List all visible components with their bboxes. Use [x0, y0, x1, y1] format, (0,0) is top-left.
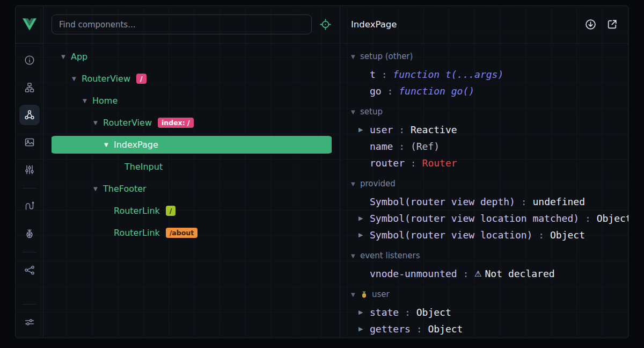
- key-value-separator: :: [579, 213, 597, 224]
- property-key: t: [370, 69, 376, 80]
- property-value: Object: [597, 213, 628, 224]
- select-component-in-page-icon[interactable]: [319, 18, 332, 31]
- section-header-user[interactable]: ▼user: [351, 285, 628, 304]
- key-value-separator: :: [457, 268, 475, 279]
- property-value: Router: [422, 157, 457, 169]
- section-label: setup (other): [360, 52, 413, 61]
- key-value-separator: :: [382, 85, 399, 97]
- property-key: vnode-unmounted: [370, 268, 457, 279]
- property-row[interactable]: ▶Symbol(router view location) : Object: [351, 227, 628, 243]
- collapse-toggle-icon: ▼: [351, 54, 360, 60]
- component-name: RouterLink: [114, 228, 160, 238]
- section-label: user: [372, 289, 390, 299]
- search-box[interactable]: [52, 15, 312, 34]
- tree-row-routerview[interactable]: ▼RouterView/: [52, 68, 332, 90]
- router-icon[interactable]: [19, 196, 40, 216]
- tree-row-routerlink[interactable]: RouterLink/about: [52, 222, 332, 244]
- component-name: TheFooter: [103, 184, 147, 194]
- components-inspector-icon[interactable]: [19, 105, 40, 125]
- timeline-icon[interactable]: [19, 160, 40, 180]
- collapse-toggle-icon: ▼: [351, 181, 360, 187]
- section-header-provided[interactable]: ▼provided: [351, 174, 628, 193]
- property-row: Symbol(router view depth) : undefined: [351, 193, 628, 210]
- expand-toggle-icon[interactable]: ▶: [358, 325, 370, 332]
- property-value: function go(): [399, 85, 474, 97]
- expand-toggle-icon[interactable]: ▶: [358, 126, 370, 133]
- property-value: Object: [428, 323, 463, 335]
- tree-row-theinput[interactable]: TheInput: [52, 156, 332, 178]
- component-name: TheInput: [125, 162, 163, 172]
- expand-toggle-icon[interactable]: ▼: [61, 54, 71, 60]
- tree-toolbar: [43, 6, 340, 44]
- section-label: setup: [360, 107, 383, 117]
- open-in-editor-icon[interactable]: [606, 19, 618, 31]
- key-value-separator: :: [393, 141, 411, 152]
- assets-icon[interactable]: [19, 132, 40, 153]
- property-row[interactable]: ▶Symbol(router view location matched) : …: [351, 210, 628, 227]
- key-value-separator: :: [405, 157, 422, 169]
- search-input[interactable]: [59, 20, 304, 30]
- component-name: RouterLink: [114, 206, 160, 216]
- inspector-actions: [584, 19, 618, 31]
- sidebar-divider: [23, 304, 36, 305]
- expand-toggle-icon[interactable]: ▼: [93, 120, 103, 126]
- tree-row-routerlink[interactable]: RouterLink/: [52, 200, 332, 222]
- sidebar-divider: [23, 252, 36, 252]
- component-tree-icon[interactable]: [19, 77, 40, 98]
- sidebar-divider: [23, 188, 36, 189]
- route-badge: /: [166, 206, 176, 216]
- property-row: router : Router: [351, 155, 628, 171]
- tree-row-routerview[interactable]: ▼RouterViewindex: /: [52, 112, 332, 134]
- scroll-to-component-icon[interactable]: [584, 19, 596, 31]
- property-row[interactable]: ▶user : Reactive: [351, 121, 628, 138]
- tree-row-thefooter[interactable]: ▼TheFooter: [52, 178, 332, 200]
- property-key: router: [370, 157, 405, 169]
- inspector-header: IndexPage: [340, 6, 628, 44]
- route-badge: /about: [166, 228, 197, 238]
- sidebar-icon-list: [16, 44, 43, 338]
- property-value: undefined: [532, 196, 585, 207]
- property-key: user: [370, 124, 393, 135]
- key-value-separator: :: [393, 124, 411, 135]
- expand-toggle-icon[interactable]: ▼: [72, 76, 82, 82]
- pinia-store-icon: [360, 291, 368, 299]
- component-tree-panel: ▼App▼RouterView/▼Home▼RouterViewindex: /…: [43, 6, 340, 338]
- tree-row-app[interactable]: ▼App: [52, 46, 332, 68]
- expand-toggle-icon[interactable]: ▼: [83, 98, 92, 104]
- tree-row-indexpage[interactable]: ▼IndexPage: [52, 134, 332, 156]
- property-key: go: [370, 85, 382, 97]
- inspector-body: ▼setup (other)t : function t(...args)go …: [340, 44, 628, 338]
- component-name: IndexPage: [114, 140, 158, 150]
- property-row: go : function go(): [351, 83, 628, 99]
- pinia-icon[interactable]: [19, 223, 40, 244]
- module-graph-icon[interactable]: [19, 260, 40, 280]
- property-key: Symbol(router view location matched): [370, 213, 579, 224]
- settings-icon[interactable]: [19, 312, 40, 332]
- property-key: Symbol(router view location): [370, 229, 532, 241]
- expand-toggle-icon[interactable]: ▶: [358, 309, 370, 316]
- key-value-separator: :: [515, 196, 533, 207]
- section-header-event-listeners[interactable]: ▼event listeners: [351, 246, 628, 265]
- section-header-setup-other-[interactable]: ▼setup (other): [351, 47, 628, 66]
- expand-toggle-icon[interactable]: ▼: [93, 186, 103, 192]
- component-name: RouterView: [82, 74, 130, 84]
- component-tree: ▼App▼RouterView/▼Home▼RouterViewindex: /…: [43, 44, 340, 338]
- expand-toggle-icon[interactable]: ▶: [358, 231, 370, 238]
- info-icon[interactable]: [19, 50, 40, 70]
- expand-toggle-icon[interactable]: ▶: [358, 215, 370, 222]
- key-value-separator: :: [399, 307, 416, 318]
- property-row: vnode-unmounted : ⚠Not declared: [351, 265, 628, 282]
- expand-toggle-icon[interactable]: ▼: [104, 142, 114, 148]
- section-label: provided: [360, 179, 396, 189]
- property-row[interactable]: ▶state : Object: [351, 304, 628, 321]
- component-name: App: [71, 52, 87, 62]
- property-value: (Ref): [411, 141, 440, 152]
- property-row[interactable]: ▶getters : Object: [351, 321, 628, 337]
- tree-row-home[interactable]: ▼Home: [52, 90, 332, 112]
- property-key: state: [370, 307, 399, 318]
- sidebar: [16, 6, 43, 338]
- property-row: name : (Ref): [351, 138, 628, 155]
- property-value: Object: [416, 307, 451, 318]
- section-header-setup[interactable]: ▼setup: [351, 102, 628, 121]
- inspector-title: IndexPage: [351, 19, 397, 30]
